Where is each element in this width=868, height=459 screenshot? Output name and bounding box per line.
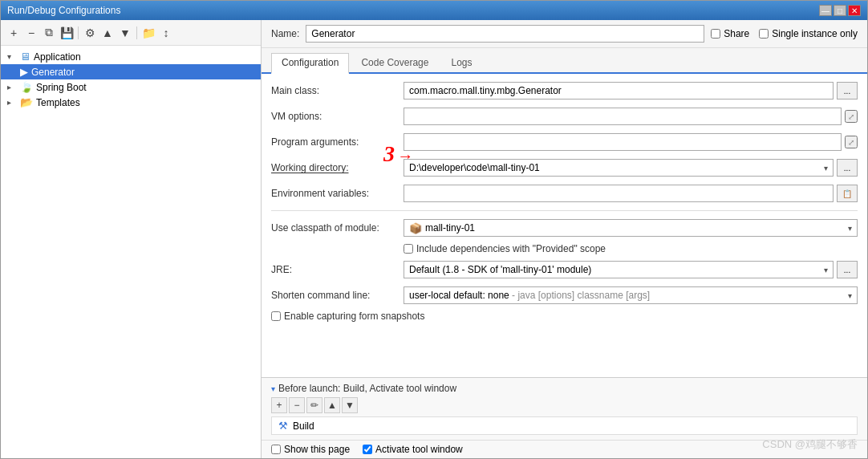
launch-edit-button[interactable]: ✏ (306, 397, 322, 413)
config-tree: ▾ 🖥 Application ▶ Generator ▸ 🍃 Spring B… (1, 46, 261, 458)
tree-item-application[interactable]: ▾ 🖥 Application (1, 49, 261, 64)
shorten-field: user-local default: none - java [options… (404, 286, 858, 304)
move-up-button[interactable]: ▲ (99, 25, 116, 41)
before-launch-header: ▾ Before launch: Build, Activate tool wi… (271, 383, 858, 394)
jre-arrow-icon: ▾ (824, 266, 828, 274)
title-bar: Run/Debug Configurations — □ ✕ (1, 1, 867, 20)
working-dir-value: D:\developer\code\mall-tiny-01 (409, 162, 540, 173)
tab-configuration[interactable]: Configuration (271, 53, 349, 74)
share-area: Share Single instance only (711, 28, 858, 39)
jre-dropdown[interactable]: Default (1.8 - SDK of 'mall-tiny-01' mod… (404, 261, 834, 278)
launch-up-button[interactable]: ▲ (324, 397, 340, 413)
section-divider-1 (271, 210, 858, 211)
launch-down-button[interactable]: ▼ (342, 397, 358, 413)
env-vars-input[interactable] (404, 185, 834, 202)
shorten-row: Shorten command line: user-local default… (271, 285, 858, 306)
close-button[interactable]: ✕ (848, 5, 861, 16)
expand-icon-springboot: ▸ (7, 83, 20, 91)
shorten-hint-text: - java [options] classname [args] (512, 290, 650, 301)
env-vars-row: Environment variables: 📋 (271, 183, 858, 204)
tree-item-springboot[interactable]: ▸ 🍃 Spring Boot (1, 79, 261, 95)
save-config-button[interactable]: 💾 (59, 25, 75, 41)
vm-options-field: ⤢ (404, 108, 858, 125)
module-icon: 📦 (409, 222, 422, 234)
name-row: Name: Share Single instance only (262, 20, 867, 48)
remove-config-button[interactable]: − (23, 25, 39, 41)
shorten-main-text: user-local default: none (409, 290, 509, 301)
tree-item-templates[interactable]: ▸ 📂 Templates (1, 95, 261, 110)
sort-button[interactable]: ↕ (158, 25, 174, 41)
show-page-text: Show this page (284, 444, 350, 455)
tree-item-generator[interactable]: ▶ Generator (1, 64, 261, 79)
copy-config-button[interactable]: ⧉ (41, 25, 57, 41)
main-class-label: Main class: (271, 85, 404, 96)
tab-code-coverage[interactable]: Code Coverage (351, 53, 439, 72)
before-launch-section: ▾ Before launch: Build, Activate tool wi… (262, 377, 867, 440)
single-instance-label[interactable]: Single instance only (759, 28, 858, 39)
working-dir-browse-button[interactable]: ... (837, 159, 858, 177)
activate-window-checkbox[interactable] (363, 445, 372, 454)
jre-default-text: Default (409, 264, 440, 275)
shorten-label: Shorten command line: (271, 290, 404, 301)
enable-snapshot-label[interactable]: Enable capturing form snapshots (271, 311, 424, 322)
name-label: Name: (271, 28, 299, 39)
classpath-dropdown[interactable]: 📦 mall-tiny-01 ▾ (404, 219, 858, 237)
show-page-label[interactable]: Show this page (271, 444, 350, 455)
activate-window-label[interactable]: Activate tool window (363, 444, 463, 455)
classpath-label: Use classpath of module: (271, 222, 404, 234)
generator-label: Generator (31, 67, 75, 78)
jre-row: JRE: Default (1.8 - SDK of 'mall-tiny-01… (271, 259, 858, 280)
application-icon: 🖥 (20, 51, 30, 63)
window-title: Run/Debug Configurations (7, 5, 120, 16)
expand-icon-application: ▾ (7, 52, 20, 61)
program-args-label: Program arguments: (271, 136, 404, 148)
enable-snapshot-checkbox[interactable] (271, 311, 281, 321)
build-item: ⚒ Build (271, 416, 858, 435)
working-dir-dropdown[interactable]: D:\developer\code\mall-tiny-01 ▾ (404, 159, 834, 177)
vm-options-input[interactable] (404, 108, 842, 125)
vm-options-expand-button[interactable]: ⤢ (845, 110, 858, 123)
main-class-field: ... (404, 82, 858, 100)
classpath-field: 📦 mall-tiny-01 ▾ (404, 219, 858, 237)
include-deps-label[interactable]: Include dependencies with "Provided" sco… (404, 243, 606, 254)
application-label: Application (34, 51, 81, 63)
add-config-button[interactable]: + (6, 25, 22, 41)
jre-browse-button[interactable]: ... (837, 261, 858, 278)
program-args-expand-button[interactable]: ⤢ (845, 136, 858, 148)
move-down-button[interactable]: ▼ (117, 25, 133, 41)
tab-logs[interactable]: Logs (440, 53, 482, 72)
working-dir-label: Working directory: (271, 162, 404, 173)
launch-add-button[interactable]: + (271, 397, 287, 413)
share-checkbox[interactable] (711, 29, 720, 39)
main-class-browse-button[interactable]: ... (837, 82, 858, 100)
single-instance-checkbox[interactable] (759, 29, 769, 39)
main-class-row: Main class: ... (271, 80, 858, 101)
program-args-input[interactable] (404, 133, 842, 151)
generator-icon: ▶ (20, 66, 28, 78)
main-content: + − ⧉ 💾 ⚙ ▲ ▼ 📁 ↕ ▾ 🖥 Application (1, 20, 867, 458)
launch-remove-button[interactable]: − (289, 397, 305, 413)
settings-button[interactable]: ⚙ (82, 25, 98, 41)
env-vars-browse-button[interactable]: 📋 (837, 185, 858, 202)
include-deps-text: Include dependencies with "Provided" sco… (416, 243, 606, 254)
launch-toolbar: + − ✏ ▲ ▼ (271, 397, 858, 413)
templates-label: Templates (36, 97, 80, 108)
left-toolbar: + − ⧉ 💾 ⚙ ▲ ▼ 📁 ↕ (1, 20, 261, 46)
shorten-arrow-icon: ▾ (848, 291, 852, 300)
include-deps-checkbox[interactable] (404, 244, 413, 254)
watermark: CSDN @鸡腿不够香 (762, 437, 858, 452)
config-content: Main class: ... VM options: ⤢ (262, 74, 867, 377)
folder-button[interactable]: 📁 (140, 25, 156, 41)
section-collapse-icon[interactable]: ▾ (271, 384, 275, 393)
minimize-button[interactable]: — (819, 5, 832, 16)
shorten-dropdown[interactable]: user-local default: none - java [options… (404, 286, 858, 304)
enable-snapshot-text: Enable capturing form snapshots (284, 311, 424, 322)
before-launch-label: Before launch: Build, Activate tool wind… (278, 383, 456, 394)
build-icon: ⚒ (278, 420, 288, 432)
springboot-label: Spring Boot (36, 82, 87, 93)
maximize-button[interactable]: □ (834, 5, 846, 16)
name-input[interactable] (306, 25, 704, 43)
show-page-checkbox[interactable] (271, 445, 281, 454)
main-class-input[interactable] (404, 82, 834, 100)
share-checkbox-label[interactable]: Share (711, 28, 749, 39)
